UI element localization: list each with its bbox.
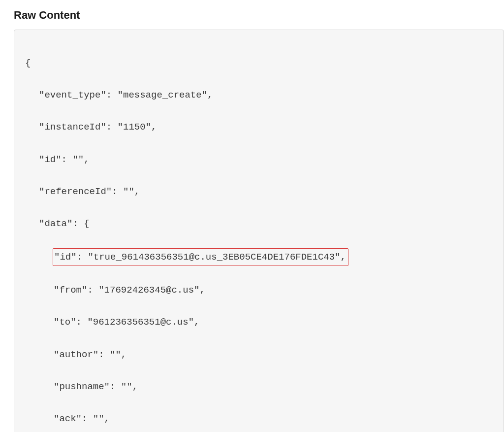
code-line-author: "author": "",	[21, 347, 497, 363]
code-line-instance-id: "instanceId": "1150",	[21, 119, 497, 135]
code-line-id: "id": "",	[21, 152, 497, 168]
code-line-data-open: "data": {	[21, 216, 497, 232]
highlighted-id-line: "id": "true_961436356351@c.us_3EB05CE4DE…	[53, 248, 348, 266]
code-line-event-type: "event_type": "message_create",	[21, 87, 497, 103]
code-line-ack: "ack": "",	[21, 411, 497, 427]
section-heading: Raw Content	[14, 9, 504, 22]
code-line-from: "from": "17692426345@c.us",	[21, 282, 497, 299]
raw-content-code-block: { "event_type": "message_create", "insta…	[14, 30, 504, 432]
code-line-reference-id: "referenceId": "",	[21, 184, 497, 200]
code-line-open: {	[21, 55, 497, 71]
code-line-to: "to": "961236356351@c.us",	[21, 314, 497, 331]
code-line-pushname: "pushname": "",	[21, 379, 497, 395]
code-line-data-id-highlighted: "id": "true_961436356351@c.us_3EB05CE4DE…	[21, 248, 497, 266]
